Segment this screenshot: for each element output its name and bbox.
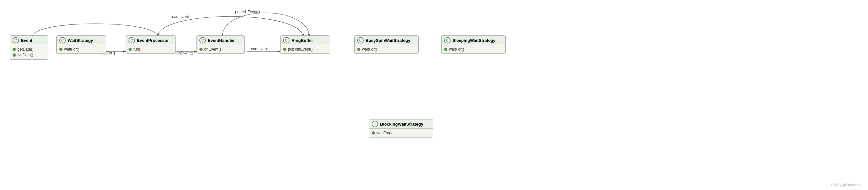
- class-busyspinwaitstrategy: C BusySpinWaitStrategy waitFor(): [354, 35, 419, 54]
- class-sleepingwaitstrategy-icon: C: [444, 37, 451, 43]
- method-label: onEvent(): [204, 47, 221, 52]
- arrow-label-publish-arc: publishEvent(): [235, 10, 260, 14]
- class-sleepingwaitstrategy-name: SleepingWaitStrategy: [453, 38, 495, 43]
- method-label: setData(): [18, 53, 33, 57]
- method-dot: [59, 48, 62, 51]
- method-dot: [372, 131, 375, 135]
- arrows-svg: [0, 0, 868, 190]
- method-item: onEvent(): [199, 46, 242, 52]
- method-dot: [12, 54, 16, 57]
- class-event-icon: C: [12, 37, 19, 43]
- class-eventprocessor-name: EventProcessor: [137, 38, 169, 43]
- class-ringbuffer: C RingBuffer publishEvent(): [280, 35, 330, 54]
- method-item: waitFor(): [372, 130, 430, 136]
- method-label: run(): [133, 47, 142, 52]
- class-sleepingwaitstrategy-body: waitFor(): [441, 45, 505, 54]
- class-sleepingwaitstrategy: C SleepingWaitStrategy waitFor(): [441, 35, 506, 54]
- class-blockingwaitstrategy-body: waitFor(): [369, 129, 433, 137]
- class-busyspinwaitstrategy-name: BusySpinWaitStrategy: [366, 38, 410, 43]
- method-item: waitFor(): [357, 46, 416, 52]
- method-item: publishEvent(): [283, 46, 327, 52]
- method-dot: [199, 48, 203, 51]
- method-dot: [283, 48, 286, 51]
- class-busyspinwaitstrategy-body: waitFor(): [354, 45, 418, 54]
- method-label: waitFor(): [362, 47, 377, 52]
- method-item: waitFor(): [59, 46, 103, 52]
- arrow-label-onevent: onEvent(): [177, 51, 193, 55]
- method-label: waitFor(): [449, 47, 464, 52]
- method-dot: [357, 48, 361, 51]
- class-eventprocessor-header: C EventProcessor: [126, 36, 175, 45]
- method-dot: [12, 48, 16, 51]
- class-blockingwaitstrategy: C BlockingWaitStrategy waitFor(): [369, 119, 433, 137]
- class-waitstrategy-name: WaitStrategy: [68, 38, 93, 43]
- class-blockingwaitstrategy-header: C BlockingWaitStrategy: [369, 120, 433, 129]
- class-waitstrategy-icon: C: [59, 37, 66, 43]
- method-label: publishEvent(): [288, 47, 313, 52]
- method-item: waitFor(): [444, 46, 503, 52]
- class-eventhandler-header: C EventHandler: [197, 36, 244, 45]
- class-ringbuffer-name: RingBuffer: [291, 38, 313, 43]
- class-eventprocessor: C EventProcessor run(): [126, 35, 176, 54]
- class-eventhandler-icon: C: [199, 37, 206, 43]
- class-blockingwaitstrategy-icon: C: [372, 121, 378, 127]
- class-event-header: C Event: [10, 36, 48, 45]
- method-label: waitFor(): [376, 131, 392, 135]
- method-dot: [128, 48, 132, 51]
- class-ringbuffer-icon: C: [283, 37, 289, 43]
- method-item: run(): [128, 46, 173, 52]
- method-dot: [444, 48, 447, 51]
- class-waitstrategy: C WaitStrategy waitFor(): [56, 35, 106, 54]
- class-busyspinwaitstrategy-header: C BusySpinWaitStrategy: [354, 36, 418, 45]
- class-busyspinwaitstrategy-icon: C: [357, 37, 364, 43]
- watermark: CSDN @Shockang: [831, 183, 862, 187]
- arrow-label-read-event-arc: read event: [171, 14, 189, 19]
- class-ringbuffer-body: publishEvent(): [281, 45, 330, 54]
- method-label: waitFor(): [64, 47, 79, 52]
- class-eventhandler-body: onEvent(): [197, 45, 244, 54]
- class-waitstrategy-header: C WaitStrategy: [57, 36, 106, 45]
- class-waitstrategy-body: waitFor(): [57, 45, 106, 54]
- class-event-body: getData() setData(): [10, 45, 48, 59]
- method-item: setData(): [12, 52, 45, 58]
- class-ringbuffer-header: C RingBuffer: [281, 36, 330, 45]
- class-eventprocessor-icon: C: [128, 37, 135, 43]
- arrow-label-read-event-straight: read event: [250, 47, 268, 51]
- class-event: C Event getData() setData(): [10, 35, 48, 60]
- class-sleepingwaitstrategy-header: C SleepingWaitStrategy: [441, 36, 505, 45]
- class-eventhandler: C EventHandler onEvent(): [196, 35, 245, 54]
- class-eventhandler-name: EventHandler: [208, 38, 235, 43]
- class-blockingwaitstrategy-name: BlockingWaitStrategy: [380, 122, 423, 127]
- class-eventprocessor-body: run(): [126, 45, 175, 54]
- diagram-container: waitFor() onEvent() read event read even…: [0, 0, 868, 190]
- method-item: getData(): [12, 46, 45, 52]
- class-event-name: Event: [21, 38, 32, 43]
- method-label: getData(): [18, 47, 33, 52]
